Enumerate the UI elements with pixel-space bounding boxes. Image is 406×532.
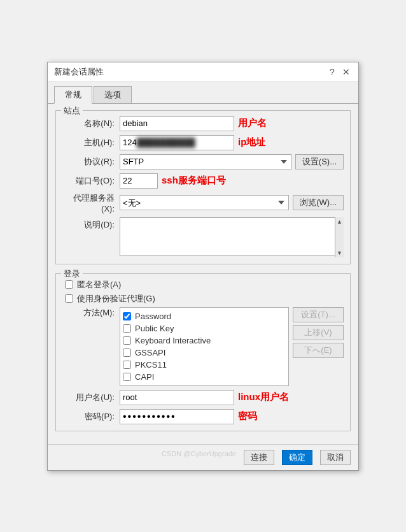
method-item-pkcs11: PKCS11 [123, 359, 286, 371]
method-publickey-label[interactable]: Public Key [135, 324, 174, 333]
port-label: 端口号(O): [62, 175, 120, 187]
username-label: 用户名(U): [62, 392, 120, 403]
host-label: 主机(H): [62, 137, 120, 148]
tabs: 常规 选项 [48, 82, 358, 104]
tab-options[interactable]: 选项 [94, 86, 132, 103]
method-action-buttons: 设置(T)... 上移(V) 下へ(E) [293, 307, 344, 358]
content: 站点 名称(N): 用户名 主机(H): 124 ██████████ ip地址 [48, 104, 358, 444]
method-publickey-checkbox[interactable] [123, 324, 131, 333]
proxy-label: 代理服务器(X): [62, 192, 120, 213]
dialog: 新建会话属性 ? ✕ 常规 选项 站点 名称(N): 用户名 [47, 62, 359, 471]
connect-button[interactable]: 连接 [244, 450, 274, 465]
port-field-wrap: ssh服务端口号 [120, 173, 344, 189]
method-item-capi: CAPI [123, 371, 286, 383]
method-item-publickey: Public Key [123, 322, 286, 334]
host-field-wrap: 124 ██████████ ip地址 [120, 135, 344, 150]
host-annotation: ip地址 [238, 136, 265, 148]
anonymous-row: 匿名登录(A) [62, 279, 344, 291]
username-field-wrap: linux用户名 [120, 390, 344, 405]
method-capi-label[interactable]: CAPI [135, 372, 154, 382]
auth-agent-label[interactable]: 使用身份验证代理(G) [77, 293, 155, 305]
method-settings-button[interactable]: 设置(T)... [293, 307, 344, 322]
name-field-wrap: 用户名 [120, 116, 344, 131]
desc-field-wrap: ▲ ▼ [120, 217, 344, 257]
auth-agent-row: 使用身份验证代理(G) [62, 293, 344, 305]
port-annotation: ssh服务端口号 [162, 175, 226, 187]
protocol-label: 协议(R): [62, 156, 120, 168]
name-annotation: 用户名 [238, 117, 267, 129]
host-value-start: 124 [123, 138, 137, 147]
password-annotation: 密码 [238, 410, 257, 422]
method-pkcs11-checkbox[interactable] [123, 361, 131, 369]
scroll-down-arrow[interactable]: ▼ [335, 248, 344, 257]
desc-row: 说明(D): ▲ ▼ [62, 217, 344, 257]
name-label: 名称(N): [62, 118, 120, 129]
anonymous-label[interactable]: 匿名登录(A) [77, 279, 121, 291]
dialog-title: 新建会话属性 [54, 66, 104, 78]
anonymous-checkbox[interactable] [65, 280, 73, 289]
ok-button[interactable]: 确定 [282, 450, 312, 465]
method-password-checkbox[interactable] [123, 312, 131, 320]
title-bar: 新建会话属性 ? ✕ [48, 62, 358, 82]
password-input[interactable] [120, 409, 234, 424]
method-item-keyboard: Keyboard Interactive [123, 334, 286, 347]
username-input[interactable] [120, 390, 234, 405]
method-label: 方法(M): [62, 307, 120, 319]
proxy-row: 代理服务器(X): <无> 浏览(W)... [62, 192, 344, 213]
protocol-row: 协议(R): SFTP FTP SCP TELNET 设置(S)... [62, 154, 344, 169]
help-button[interactable]: ? [326, 66, 338, 78]
watermark: CSDN @CyberUpgrade [162, 450, 236, 465]
proxy-browse-button[interactable]: 浏览(W)... [293, 195, 344, 210]
method-pkcs11-label[interactable]: PKCS11 [135, 360, 167, 370]
protocol-settings-button[interactable]: 设置(S)... [295, 154, 344, 169]
site-section-title: 站点 [61, 105, 83, 117]
username-annotation: linux用户名 [238, 391, 289, 403]
port-input[interactable] [120, 173, 158, 189]
cancel-button[interactable]: 取消 [320, 450, 351, 465]
method-gssapi-label[interactable]: GSSAPI [135, 348, 165, 357]
move-down-button[interactable]: 下へ(E) [293, 343, 344, 358]
tab-general[interactable]: 常规 [54, 86, 92, 104]
method-capi-checkbox[interactable] [123, 373, 131, 381]
method-item-password: Password [123, 310, 286, 322]
method-keyboard-label[interactable]: Keyboard Interactive [135, 336, 211, 345]
protocol-select[interactable]: SFTP FTP SCP TELNET [120, 154, 291, 169]
proxy-select[interactable]: <无> [120, 195, 289, 210]
method-row: 方法(M): Password Public Key Keyboard Inte… [62, 307, 344, 386]
password-row: 密码(P): 密码 [62, 409, 344, 424]
password-field-wrap: 密码 [120, 409, 344, 424]
desc-scrollbar: ▲ ▼ [335, 217, 344, 257]
host-row: 主机(H): 124 ██████████ ip地址 [62, 135, 344, 150]
username-row: 用户名(U): linux用户名 [62, 390, 344, 405]
title-bar-buttons: ? ✕ [326, 66, 352, 78]
scroll-up-arrow[interactable]: ▲ [335, 217, 344, 226]
method-password-label[interactable]: Password [135, 312, 171, 321]
protocol-select-wrap: SFTP FTP SCP TELNET 设置(S)... [120, 154, 344, 169]
desc-input[interactable] [120, 217, 344, 255]
method-gssapi-checkbox[interactable] [123, 349, 131, 357]
password-label: 密码(P): [62, 411, 120, 422]
host-input-wrap: 124 ██████████ [120, 135, 234, 150]
desc-label: 说明(D): [62, 217, 120, 231]
method-item-gssapi: GSSAPI [123, 347, 286, 359]
name-row: 名称(N): 用户名 [62, 116, 344, 131]
name-input[interactable] [120, 116, 234, 131]
site-section: 站点 名称(N): 用户名 主机(H): 124 ██████████ ip地址 [55, 110, 351, 264]
login-section: 登录 匿名登录(A) 使用身份验证代理(G) 方法(M): Password [55, 273, 351, 431]
move-up-button[interactable]: 上移(V) [293, 325, 344, 340]
host-ip-blur: ██████████ [137, 138, 195, 147]
auth-agent-checkbox[interactable] [65, 294, 73, 303]
port-row: 端口号(O): ssh服务端口号 [62, 173, 344, 189]
method-list: Password Public Key Keyboard Interactive… [120, 307, 289, 386]
method-keyboard-checkbox[interactable] [123, 336, 131, 345]
proxy-select-wrap: <无> 浏览(W)... [120, 195, 344, 210]
footer: CSDN @CyberUpgrade 连接 确定 取消 [48, 444, 358, 470]
close-button[interactable]: ✕ [340, 66, 352, 78]
login-section-title: 登录 [61, 268, 83, 280]
